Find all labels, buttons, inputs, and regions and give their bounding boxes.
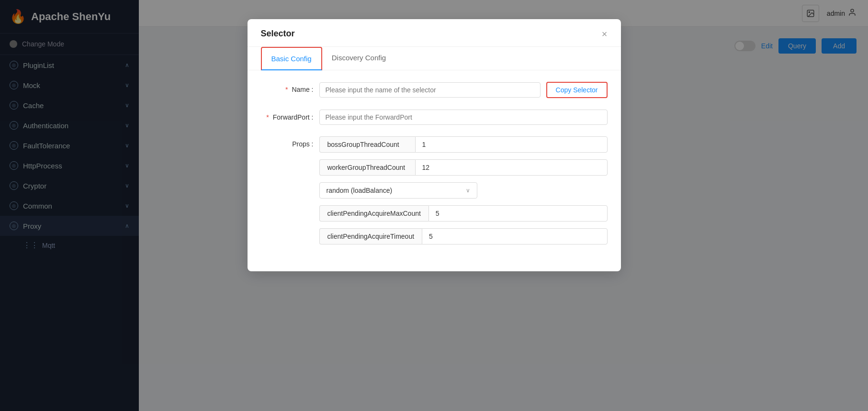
prop-val-worker[interactable]: 12 (415, 159, 608, 176)
props-label: Props : (261, 136, 314, 148)
tab-discovery-config[interactable]: Discovery Config (322, 47, 395, 70)
selector-modal: Selector × Basic Config Discovery Config… (248, 19, 621, 271)
loadbalance-value: random (loadBalance) (327, 187, 393, 194)
prop-val-boss[interactable]: 1 (415, 136, 608, 153)
prop-val-client-max[interactable]: 5 (428, 205, 608, 222)
forward-port-required-star: * (266, 113, 269, 121)
modal-tabs: Basic Config Discovery Config (248, 47, 621, 70)
prop-val-client-timeout[interactable]: 5 (422, 228, 607, 244)
name-input[interactable] (319, 82, 541, 98)
props-container: bossGroupThreadCount 1 workerGroupThread… (319, 136, 608, 244)
prop-key-client-timeout: clientPendingAcquireTimeout (319, 228, 422, 244)
modal-body: * Name : Copy Selector * ForwardPort : (248, 70, 621, 271)
copy-selector-button[interactable]: Copy Selector (546, 82, 608, 98)
modal-close-button[interactable]: × (602, 29, 608, 39)
props-form-row: Props : bossGroupThreadCount 1 workerGro… (261, 136, 608, 244)
prop-key-client-max: clientPendingAcquireMaxCount (319, 205, 428, 222)
prop-key-worker: workerGroupThreadCount (319, 159, 415, 176)
prop-row-loadbalance: random (loadBalance) ∨ (319, 182, 608, 199)
prop-row-boss: bossGroupThreadCount 1 (319, 136, 608, 153)
forward-port-input[interactable] (319, 110, 608, 125)
name-form-row: * Name : Copy Selector (261, 82, 608, 98)
prop-row-client-timeout: clientPendingAcquireTimeout 5 (319, 228, 608, 244)
tab-basic-config[interactable]: Basic Config (261, 47, 322, 70)
forward-port-form-row: * ForwardPort : (261, 110, 608, 125)
prop-row-client-max: clientPendingAcquireMaxCount 5 (319, 205, 608, 222)
loadbalance-dropdown[interactable]: random (loadBalance) ∨ (319, 182, 477, 199)
prop-row-worker: workerGroupThreadCount 12 (319, 159, 608, 176)
forward-port-label: * ForwardPort : (261, 110, 314, 121)
loadbalance-chevron-icon: ∨ (466, 187, 470, 194)
modal-title: Selector (261, 29, 295, 39)
prop-key-boss: bossGroupThreadCount (319, 136, 415, 153)
modal-overlay: Selector × Basic Config Discovery Config… (0, 0, 868, 411)
name-label: * Name : (261, 82, 314, 93)
modal-header: Selector × (248, 19, 621, 47)
name-required-star: * (285, 86, 288, 93)
name-input-area: Copy Selector (319, 82, 608, 98)
